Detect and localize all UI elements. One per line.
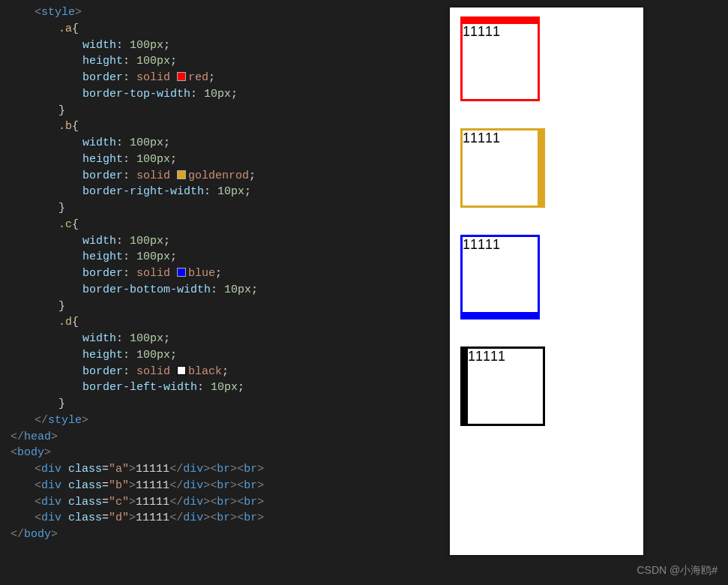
code-line[interactable]: }	[4, 200, 450, 217]
code-line[interactable]: <body>	[4, 445, 450, 461]
code-line[interactable]: .d{	[4, 314, 450, 331]
preview-panel: 11111111111111111111 CSDN @小海鸥#	[450, 0, 728, 585]
color-swatch-icon	[177, 366, 186, 375]
code-line[interactable]: height: 100px;	[4, 53, 450, 70]
color-swatch-icon	[177, 170, 186, 179]
code-line[interactable]: border-top-width: 10px;	[4, 86, 450, 103]
code-line[interactable]: <div class="c">11111</div><br><br>	[4, 494, 450, 511]
code-line[interactable]: .c{	[4, 217, 450, 233]
preview-box-b: 11111	[460, 128, 545, 208]
code-line[interactable]: <div class="d">11111</div><br><br>	[4, 510, 450, 526]
code-line[interactable]: }	[4, 298, 450, 315]
preview-box-d: 11111	[460, 346, 545, 426]
code-line[interactable]: border: solid red;	[4, 70, 450, 86]
code-line[interactable]: border-right-width: 10px;	[4, 184, 450, 200]
code-line[interactable]: height: 100px;	[4, 347, 450, 364]
code-line[interactable]: width: 100px;	[4, 233, 450, 250]
code-line[interactable]: </body>	[4, 526, 450, 543]
code-line[interactable]: .a{	[4, 21, 450, 38]
app-window: <style>.a{width: 100px;height: 100px;bor…	[0, 0, 728, 585]
code-line[interactable]: width: 100px;	[4, 135, 450, 152]
code-line[interactable]: border: solid black;	[4, 364, 450, 380]
code-line[interactable]: border-left-width: 10px;	[4, 380, 450, 396]
watermark-text: CSDN @小海鸥#	[637, 564, 718, 578]
code-line[interactable]: border: solid goldenrod;	[4, 168, 450, 184]
code-line[interactable]: </style>	[4, 412, 450, 429]
color-swatch-icon	[177, 268, 186, 277]
code-line[interactable]: border-bottom-width: 10px;	[4, 282, 450, 298]
color-swatch-icon	[177, 72, 186, 81]
code-line[interactable]: height: 100px;	[4, 249, 450, 266]
code-line[interactable]: <div class="a">11111</div><br><br>	[4, 461, 450, 478]
code-line[interactable]: width: 100px;	[4, 38, 450, 54]
code-line[interactable]: .b{	[4, 118, 450, 135]
code-line[interactable]: }	[4, 396, 450, 412]
browser-page[interactable]: 11111111111111111111	[450, 8, 643, 555]
code-line[interactable]: border: solid blue;	[4, 266, 450, 282]
code-line[interactable]: width: 100px;	[4, 331, 450, 347]
code-line[interactable]: </head>	[4, 429, 450, 446]
code-line[interactable]: <div class="b">11111</div><br><br>	[4, 478, 450, 494]
code-editor[interactable]: <style>.a{width: 100px;height: 100px;bor…	[0, 0, 450, 585]
preview-box-c: 11111	[460, 235, 540, 320]
code-line[interactable]: height: 100px;	[4, 152, 450, 168]
code-line[interactable]: <style>	[4, 4, 450, 21]
preview-box-a: 11111	[460, 16, 540, 101]
code-line[interactable]: }	[4, 103, 450, 119]
